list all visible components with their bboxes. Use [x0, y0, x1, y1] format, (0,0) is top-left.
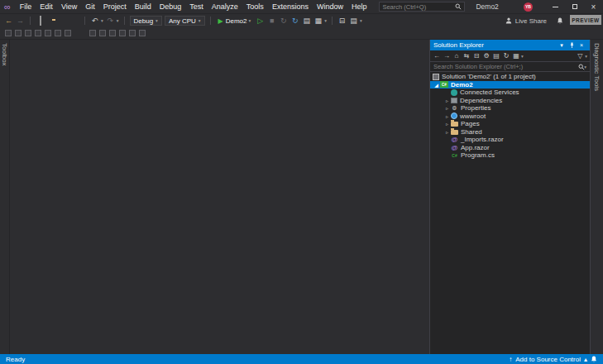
switch-views-dropdown-icon[interactable]: ▾	[521, 54, 524, 59]
menu-window[interactable]: Window	[313, 2, 347, 11]
tree-item-shared[interactable]: ▹ Shared	[430, 128, 590, 136]
collapsed-twisty-icon[interactable]: ▹	[443, 113, 451, 119]
solution-explorer-search-input[interactable]	[433, 63, 578, 70]
refresh-icon[interactable]: ↻	[502, 52, 510, 60]
collapse-all-icon[interactable]: ⊟	[472, 52, 481, 60]
tree-item-project[interactable]: ◢ C# Demo2	[430, 81, 590, 89]
menu-view[interactable]: View	[57, 2, 81, 11]
user-avatar[interactable]: YB	[524, 2, 533, 12]
tree-item-program-cs[interactable]: C# Program.cs	[430, 151, 590, 160]
tree-item-solution[interactable]: Solution 'Demo2' (1 of 1 project)	[430, 73, 590, 81]
editor-toolbar-icon[interactable]	[45, 30, 51, 36]
run-options-dropdown-icon[interactable]: ▾	[249, 18, 251, 23]
redo-icon[interactable]: ↷	[106, 17, 115, 25]
editor-toolbar-icon[interactable]	[99, 30, 106, 36]
home-icon[interactable]: ⌂	[452, 52, 461, 60]
tree-item-imports-razor[interactable]: @ _Imports.razor	[430, 136, 590, 144]
menu-git[interactable]: Git	[81, 2, 99, 11]
add-to-source-control-button[interactable]: Add to Source Control	[515, 356, 581, 363]
start-without-debugging-icon[interactable]: ▷	[256, 17, 265, 25]
menu-test[interactable]: Test	[185, 2, 208, 11]
collapse-toolbar-icon[interactable]: ⊟	[337, 17, 347, 25]
quick-search-box[interactable]	[379, 2, 465, 12]
expanded-twisty-icon[interactable]: ◢	[433, 82, 440, 88]
menu-build[interactable]: Build	[131, 2, 156, 11]
save-all-icon[interactable]	[70, 17, 79, 25]
tree-item-connected-services[interactable]: Connected Services	[430, 89, 590, 97]
window-position-icon[interactable]: ▾	[557, 40, 567, 50]
preview-badge[interactable]: PREVIEW	[570, 15, 601, 25]
stop-icon[interactable]: ■	[267, 17, 276, 25]
solution-explorer-titlebar[interactable]: Solution Explorer ▾ ×	[430, 40, 590, 50]
editor-toolbar-icon[interactable]	[139, 30, 146, 36]
solution-platform-dropdown[interactable]: Any CPU ▾	[165, 16, 205, 26]
properties-icon[interactable]: ⚙	[482, 52, 491, 60]
collapsed-twisty-icon[interactable]: ▹	[443, 121, 451, 127]
search-options-dropdown-icon[interactable]: ▾	[584, 65, 586, 69]
collapsed-twisty-icon[interactable]: ▹	[443, 105, 451, 111]
undo-icon[interactable]: ↶	[90, 17, 99, 25]
navigate-back-icon[interactable]: ←	[4, 17, 13, 25]
menu-debug[interactable]: Debug	[156, 2, 186, 11]
tree-item-wwwroot[interactable]: ▹ wwwroot	[430, 113, 590, 121]
collapsed-twisty-icon[interactable]: ▹	[443, 129, 451, 135]
show-all-files-icon[interactable]: ▤	[492, 52, 500, 60]
chevron-down-icon[interactable]: ▾	[360, 18, 362, 23]
new-project-icon[interactable]	[36, 17, 45, 25]
pin-icon[interactable]	[567, 40, 577, 50]
views-toolbar-icon[interactable]: ▦	[313, 17, 323, 25]
diagnostic-tools-side-tab[interactable]: Diagnostic Tools	[590, 40, 603, 354]
notifications-bell-icon[interactable]	[591, 356, 597, 363]
feedback-bell-icon[interactable]	[557, 17, 563, 25]
filter-icon[interactable]: ▽	[576, 52, 584, 60]
tree-item-pages[interactable]: ▹ Pages	[430, 120, 590, 128]
menu-analyze[interactable]: Analyze	[208, 2, 242, 11]
tree-item-properties[interactable]: ▹ ⚙ Properties	[430, 104, 590, 113]
filter-dropdown-icon[interactable]: ▾	[585, 54, 587, 59]
se-back-icon[interactable]: ←	[433, 52, 441, 60]
menu-extensions[interactable]: Extensions	[268, 2, 313, 11]
live-share-button[interactable]: Live Share	[505, 17, 563, 25]
editor-toolbar-icon[interactable]	[35, 30, 41, 36]
redo-dropdown-icon[interactable]: ▾	[117, 18, 119, 23]
editor-toolbar-icon[interactable]	[129, 30, 136, 36]
editor-toolbar-icon[interactable]	[119, 30, 126, 36]
menu-tools[interactable]: Tools	[242, 2, 268, 11]
editor-toolbar-icon[interactable]	[55, 30, 61, 36]
tree-item-label: Pages	[461, 120, 480, 127]
show-all-files-toolbar-icon[interactable]: ▤	[302, 17, 311, 25]
switch-views-icon[interactable]: ▦	[512, 52, 520, 60]
solution-configuration-dropdown[interactable]: Debug ▾	[130, 16, 162, 26]
minimize-button[interactable]	[546, 0, 565, 13]
tree-item-app-razor[interactable]: @ App.razor	[430, 144, 590, 152]
chevron-down-icon[interactable]: ▾	[324, 18, 327, 23]
editor-toolbar-icon[interactable]	[15, 30, 22, 36]
collapsed-twisty-icon[interactable]: ▹	[443, 98, 451, 103]
close-panel-icon[interactable]: ×	[577, 40, 586, 50]
menu-help[interactable]: Help	[347, 2, 371, 11]
toolbox-side-tab[interactable]: Toolbox	[0, 40, 10, 354]
menu-project[interactable]: Project	[99, 2, 131, 11]
sync-with-active-document-icon[interactable]: ⇆	[462, 52, 471, 60]
se-forward-icon[interactable]: →	[443, 52, 451, 60]
undo-dropdown-icon[interactable]: ▾	[101, 18, 103, 23]
quick-search-input[interactable]	[382, 3, 455, 11]
start-debugging-button[interactable]: ▶ Demo2 ▾	[216, 17, 254, 25]
list-toolbar-icon[interactable]: ▤	[349, 17, 358, 25]
editor-toolbar-icon[interactable]	[65, 30, 71, 36]
tree-item-dependencies[interactable]: ▹ Dependencies	[430, 97, 590, 105]
editor-toolbar-icon[interactable]	[25, 30, 31, 36]
source-control-menu-icon[interactable]: ▴	[584, 356, 587, 363]
diagnostic-tools-label: Diagnostic Tools	[593, 43, 601, 91]
navigate-forward-icon[interactable]: →	[16, 17, 25, 25]
menu-edit[interactable]: Edit	[36, 2, 57, 11]
editor-toolbar-icon[interactable]	[5, 30, 12, 36]
solution-explorer-search-box[interactable]: ▾	[430, 61, 590, 72]
editor-toolbar-icon[interactable]	[109, 30, 116, 36]
hot-reload-icon[interactable]: ↻	[290, 17, 299, 25]
close-button[interactable]: ×	[584, 0, 603, 13]
editor-toolbar-icon[interactable]	[89, 30, 96, 36]
restart-icon[interactable]: ↻	[279, 17, 288, 25]
menu-file[interactable]: File	[16, 2, 36, 11]
maximize-button[interactable]	[565, 0, 584, 13]
